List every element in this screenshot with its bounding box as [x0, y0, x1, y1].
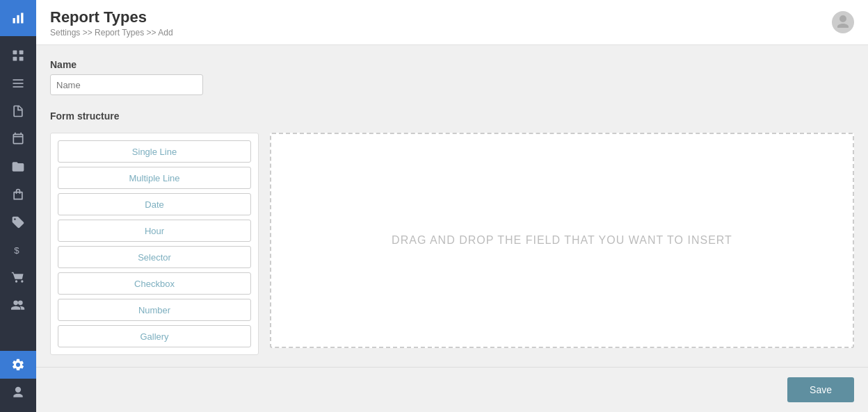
sidebar-item-calendar[interactable] — [0, 125, 36, 153]
svg-rect-2 — [21, 13, 23, 24]
svg-rect-4 — [19, 51, 24, 55]
sidebar-item-reports[interactable] — [0, 97, 36, 125]
sidebar-logo[interactable] — [0, 0, 36, 36]
sidebar-item-tag[interactable] — [0, 208, 36, 236]
name-label: Name — [50, 59, 854, 70]
tag-icon — [11, 215, 25, 229]
sidebar: $ — [0, 0, 36, 412]
sidebar-item-list[interactable] — [0, 69, 36, 97]
grid-icon — [11, 49, 25, 63]
form-area: Name Form structure Single Line Multiple… — [50, 59, 854, 355]
svg-rect-9 — [13, 86, 24, 88]
field-palette: Single Line Multiple Line Date Hour Sele… — [50, 133, 259, 355]
footer: Save — [36, 367, 868, 412]
breadcrumb: Settings >> Report Types >> Add — [50, 28, 173, 38]
svg-rect-1 — [17, 15, 19, 24]
gallery-field[interactable]: Gallery — [58, 325, 251, 347]
sidebar-item-folder[interactable] — [0, 153, 36, 181]
svg-text:$: $ — [14, 245, 19, 256]
svg-rect-5 — [13, 57, 17, 61]
bag-icon — [11, 188, 25, 201]
form-structure-label: Form structure — [50, 110, 854, 122]
document-icon — [11, 104, 25, 118]
chart-bar-icon — [11, 11, 25, 25]
sidebar-item-bag[interactable] — [0, 181, 36, 208]
multiple-line-field[interactable]: Multiple Line — [58, 167, 251, 189]
single-line-field[interactable]: Single Line — [58, 140, 251, 163]
main-content: Report Types Settings >> Report Types >>… — [36, 0, 868, 412]
sidebar-item-settings[interactable] — [0, 351, 36, 379]
sidebar-bottom — [0, 351, 36, 412]
sidebar-item-dollar[interactable]: $ — [0, 236, 36, 264]
svg-rect-6 — [19, 57, 24, 61]
calendar-icon — [11, 132, 25, 146]
selector-field[interactable]: Selector — [58, 246, 251, 268]
hour-field[interactable]: Hour — [58, 220, 251, 242]
avatar-icon — [835, 14, 851, 31]
list-icon — [11, 76, 25, 90]
header-right — [832, 8, 854, 33]
folder-icon — [11, 160, 25, 174]
svg-rect-0 — [13, 18, 15, 24]
users-icon — [11, 299, 25, 313]
profile-icon — [11, 386, 25, 399]
sidebar-nav: $ — [0, 36, 36, 351]
sidebar-item-cart[interactable] — [0, 264, 36, 292]
cart-icon — [11, 271, 25, 285]
save-button[interactable]: Save — [787, 377, 854, 402]
header-left: Report Types Settings >> Report Types >>… — [50, 8, 173, 38]
user-avatar[interactable] — [832, 11, 854, 33]
sidebar-item-profile[interactable] — [0, 379, 36, 406]
dollar-icon: $ — [11, 243, 25, 257]
checkbox-field[interactable]: Checkbox — [58, 272, 251, 295]
date-field[interactable]: Date — [58, 193, 251, 215]
drop-zone[interactable]: DRAG AND DROP THE FIELD THAT YOU WANT TO… — [270, 133, 854, 348]
page-title: Report Types — [50, 8, 173, 26]
svg-rect-8 — [13, 83, 24, 84]
sidebar-item-dashboard[interactable] — [0, 42, 36, 69]
name-input[interactable] — [50, 74, 203, 95]
name-section: Name — [50, 59, 854, 95]
bottom-row: Single Line Multiple Line Date Hour Sele… — [50, 133, 854, 355]
number-field[interactable]: Number — [58, 299, 251, 321]
settings-icon — [11, 358, 25, 372]
drop-zone-text: DRAG AND DROP THE FIELD THAT YOU WANT TO… — [392, 234, 732, 247]
sidebar-item-users[interactable] — [0, 292, 36, 320]
svg-rect-7 — [13, 79, 24, 81]
svg-rect-3 — [13, 51, 17, 55]
content-area: Name Form structure Single Line Multiple… — [36, 45, 868, 367]
header: Report Types Settings >> Report Types >>… — [36, 0, 868, 45]
